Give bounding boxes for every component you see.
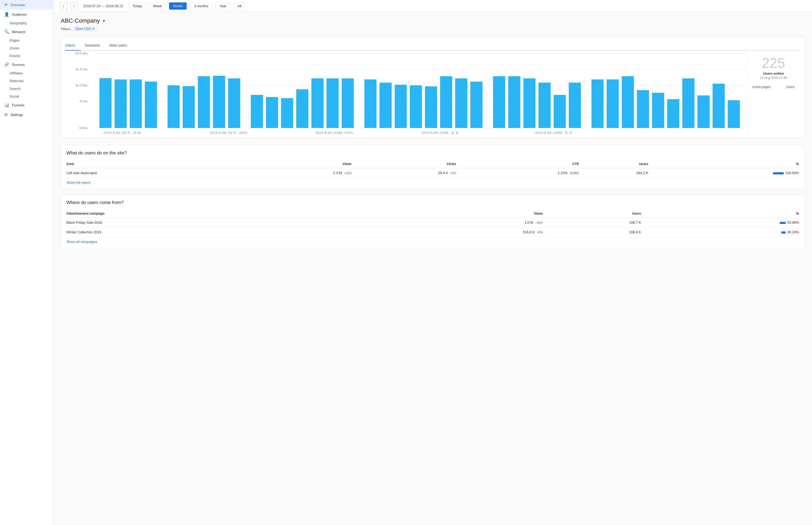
sidebar-item-settings[interactable]: ⚙ Settings (0, 110, 53, 119)
svg-rect-41 (591, 79, 603, 128)
col-zone: Zone (66, 160, 245, 168)
col-campaign: Advertisement campaign (66, 210, 379, 218)
sidebar-item-referrals[interactable]: Referrals (0, 77, 53, 85)
zones-table: Zone Views Clicks CTR Users % Left side … (66, 160, 799, 178)
sidebar-item-search[interactable]: Search (0, 85, 53, 92)
sidebar-item-geography[interactable]: Geography (0, 19, 53, 27)
sidebar-item-zones[interactable]: Zones (0, 44, 53, 52)
campaigns-table: Advertisement campaign Views Users % Bla… (66, 210, 799, 237)
sidebar-item-funnels[interactable]: 📊 Funnels (0, 100, 53, 110)
col-views2: Views (379, 210, 543, 218)
today-button[interactable]: Today (129, 2, 146, 10)
users-online-panel: 225 Users online 22 Aug 2018 17:48 Activ… (747, 51, 800, 136)
zones-table-header: Zone Views Clicks CTR Users % (66, 160, 799, 168)
cell-percent-c: 38.24% (641, 227, 799, 237)
sidebar-item-overview[interactable]: ⟳ Overview (0, 0, 53, 10)
sidebar-label-settings: Settings (11, 113, 23, 117)
company-dropdown[interactable]: ▼ (102, 19, 106, 23)
clicks-badge: +1% (450, 171, 456, 175)
svg-rect-33 (455, 78, 467, 128)
settings-icon: ⚙ (4, 112, 8, 117)
cell-views-c: 516.8 K +5% (379, 227, 543, 237)
svg-rect-11 (100, 78, 111, 128)
svg-rect-16 (183, 86, 195, 128)
sidebar-item-sources[interactable]: 🔗 Sources (0, 60, 53, 69)
svg-rect-39 (554, 95, 566, 128)
svg-text:5k: 5k (79, 100, 88, 103)
svg-rect-17 (198, 76, 210, 128)
col-percent: % (648, 160, 799, 168)
filter-close-button[interactable]: ✕ (92, 27, 95, 31)
cell-clicks: 29.4 K +1% (351, 168, 456, 178)
svg-text:2018.08.05: 2018.08.05 (315, 132, 353, 134)
tab-users[interactable]: Users (65, 41, 80, 51)
online-date: 22 Aug 2018 17:48 (760, 76, 787, 80)
chart-tabs: Users Sessions New users (65, 41, 800, 51)
col-percent2: % (641, 210, 799, 218)
sidebar-label-search: Search (10, 87, 20, 91)
svg-rect-25 (326, 78, 339, 128)
svg-rect-35 (493, 76, 505, 128)
prev-button[interactable]: ‹ (60, 2, 67, 10)
tab-sessions[interactable]: Sessions (85, 41, 105, 51)
sidebar-item-events[interactable]: Events (0, 52, 53, 60)
svg-rect-50 (728, 100, 740, 128)
sidebar-item-pages[interactable]: Pages (0, 36, 53, 44)
date-range: 2018.07.24 — 2018.08.22 (83, 4, 123, 8)
sidebar-item-behavior[interactable]: 🔍 Behavior (0, 27, 53, 36)
svg-rect-18 (213, 76, 225, 128)
tab-new-users[interactable]: New users (109, 41, 132, 51)
svg-text:2018.07.24: 2018.07.24 (103, 132, 141, 134)
progress-bar (773, 172, 784, 175)
all-button[interactable]: All (234, 2, 245, 10)
sidebar-item-social[interactable]: Social (0, 92, 53, 100)
filters-bar: Filters: Zone 1101 ✕ (61, 26, 805, 31)
sidebar-label-sources: Sources (12, 63, 25, 67)
chart-section: Users Sessions New users 20k (61, 36, 805, 138)
sidebar-label-geography: Geography (10, 21, 27, 25)
svg-rect-43 (622, 76, 634, 128)
month-button[interactable]: Month (169, 2, 187, 10)
col-users2: Users (543, 210, 641, 218)
sidebar-label-behavior: Behavior (12, 30, 26, 34)
week-button[interactable]: Week (149, 2, 166, 10)
sources-icon: 🔗 (4, 62, 9, 67)
cell-views-c: 1.0 M +15% (379, 218, 543, 227)
sidebar-label-pages: Pages (10, 39, 19, 42)
online-users-label: Users (786, 85, 795, 89)
three-months-button[interactable]: 3 months (190, 2, 212, 10)
year-button[interactable]: Year (215, 2, 230, 10)
what-users-do-section: What do users do on the site? Zone Views… (61, 145, 805, 189)
cell-campaign: Black Friday Sale 2018 (66, 218, 379, 227)
svg-rect-23 (296, 89, 308, 128)
filter-tag-value: 1101 (84, 27, 91, 31)
behavior-icon: 🔍 (4, 29, 9, 34)
sidebar-label-affiliates: Affiliates (10, 71, 22, 75)
svg-rect-32 (440, 76, 452, 128)
active-pages-label: Active pages (752, 85, 771, 89)
svg-rect-30 (410, 85, 422, 128)
sidebar-label-overview: Overview (11, 3, 25, 7)
sidebar-label-zones: Zones (10, 46, 19, 50)
svg-rect-44 (637, 90, 649, 128)
svg-rect-29 (395, 85, 407, 128)
svg-rect-47 (682, 78, 694, 128)
progress-bar-c (781, 231, 786, 234)
svg-text:20k: 20k (75, 52, 88, 55)
sidebar-item-audience[interactable]: 👤 Audience (0, 10, 53, 19)
active-pages-header: Active pages Users (752, 85, 795, 89)
users-chart: 20k 15k 10k 5k 0k (65, 51, 747, 136)
show-full-report-link[interactable]: Show full report (66, 180, 90, 184)
sidebar-item-affiliates[interactable]: Affiliates (0, 69, 53, 77)
main-content: ‹ › 2018.07.24 — 2018.08.22 Today Week M… (53, 0, 812, 525)
svg-rect-40 (569, 82, 581, 128)
svg-rect-37 (524, 78, 536, 128)
filters-label: Filters: (61, 27, 71, 31)
cell-users-c: 108.6 K (543, 227, 641, 237)
cell-users: 284.2 K (579, 168, 648, 178)
svg-text:0k: 0k (79, 126, 88, 130)
next-button[interactable]: › (71, 2, 78, 10)
cell-percent-c: 55.89% (641, 218, 799, 227)
show-all-campaigns-link[interactable]: Show all campaigns (66, 240, 97, 244)
col-ctr: CTR (456, 160, 579, 168)
